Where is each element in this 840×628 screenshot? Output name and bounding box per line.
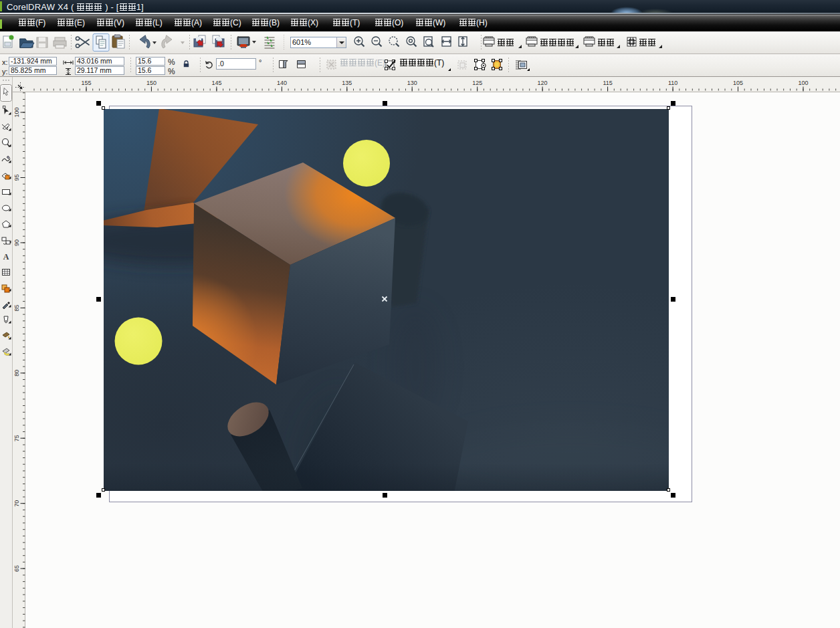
svg-text:120: 120 <box>538 80 548 86</box>
svg-text:145: 145 <box>211 80 221 86</box>
svg-text:95: 95 <box>13 174 20 181</box>
svg-text:155: 155 <box>81 80 91 86</box>
svg-text:105: 105 <box>733 80 743 86</box>
svg-text:80: 80 <box>13 370 20 377</box>
svg-text:150: 150 <box>146 80 156 86</box>
svg-text:A: A <box>3 252 9 261</box>
svg-text:65: 65 <box>13 565 20 572</box>
svg-text:70: 70 <box>13 500 20 507</box>
svg-text:125: 125 <box>472 80 482 86</box>
svg-text:110: 110 <box>668 80 677 86</box>
svg-text:75: 75 <box>13 435 20 441</box>
svg-text:115: 115 <box>603 80 612 86</box>
svg-text:135: 135 <box>342 80 352 86</box>
svg-text:90: 90 <box>13 239 20 246</box>
svg-text:100: 100 <box>798 80 808 86</box>
svg-text:130: 130 <box>407 80 417 86</box>
svg-text:100: 100 <box>13 107 20 117</box>
svg-text:85: 85 <box>13 304 20 311</box>
svg-text:140: 140 <box>277 80 287 86</box>
